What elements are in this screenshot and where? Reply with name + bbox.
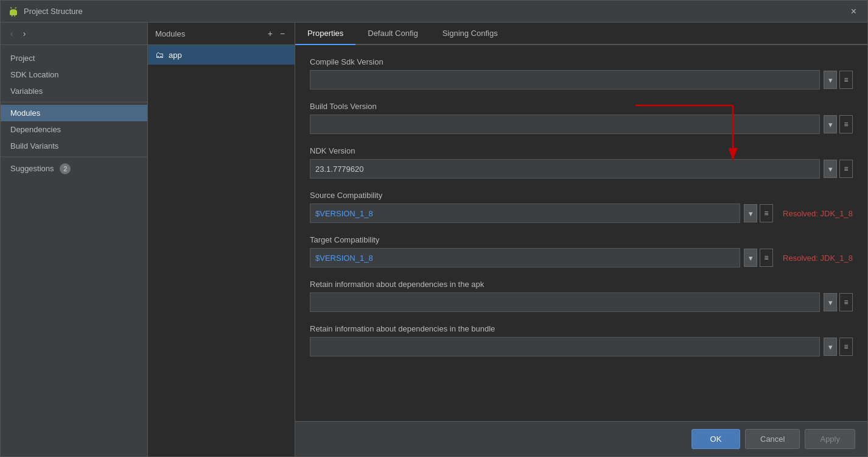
retain-bundle-dropdown[interactable]: ▾ — [824, 338, 837, 356]
retain-bundle-group: Retain information about dependencies in… — [310, 324, 853, 356]
ndk-version-label: NDK Version — [310, 146, 853, 155]
build-tools-info[interactable]: ≡ — [839, 115, 853, 133]
source-compat-group: Source Compatibility $VERSION_1_8 ▾ ≡ Re… — [310, 191, 853, 223]
source-compat-row: $VERSION_1_8 ▾ ≡ Resolved: JDK_1_8 — [310, 204, 853, 223]
target-compat-info[interactable]: ≡ — [760, 249, 773, 267]
ndk-version-value: 23.1.7779620 — [315, 165, 814, 174]
sidebar-item-dependencies[interactable]: Dependencies — [1, 121, 147, 138]
add-module-button[interactable]: + — [265, 27, 275, 40]
build-tools-select[interactable] — [310, 115, 820, 134]
module-item-app[interactable]: 🗂 app — [148, 45, 295, 65]
source-compat-value: $VERSION_1_8 — [315, 209, 735, 218]
cancel-button[interactable]: Cancel — [745, 429, 800, 449]
compile-sdk-dropdown[interactable]: ▾ — [824, 71, 837, 89]
compile-sdk-row: ▾ ≡ — [310, 70, 853, 90]
forward-button[interactable]: › — [21, 27, 29, 40]
modules-title: Modules — [155, 29, 185, 38]
retain-bundle-info[interactable]: ≡ — [839, 338, 853, 356]
target-compat-select[interactable]: $VERSION_1_8 — [310, 248, 740, 267]
tab-signing-configs[interactable]: Signing Configs — [430, 23, 510, 45]
target-compat-row: $VERSION_1_8 ▾ ≡ Resolved: JDK_1_8 — [310, 248, 853, 267]
retain-apk-info[interactable]: ≡ — [839, 293, 853, 311]
retain-apk-dropdown[interactable]: ▾ — [824, 293, 837, 311]
target-compat-dropdown[interactable]: ▾ — [744, 249, 757, 267]
close-button[interactable]: × — [847, 5, 860, 18]
content-area: Properties Default Config Signing Config… — [295, 23, 867, 456]
sidebar-item-project[interactable]: Project — [1, 50, 147, 66]
modules-panel: Modules + − 🗂 app — [148, 23, 295, 456]
ndk-info[interactable]: ≡ — [839, 160, 853, 178]
module-name: app — [169, 51, 182, 60]
modules-header: Modules + − — [148, 23, 295, 45]
target-compat-resolved: Resolved: JDK_1_8 — [783, 253, 853, 263]
suggestions-badge: 2 — [60, 163, 71, 174]
sidebar-item-suggestions[interactable]: Suggestions 2 — [1, 160, 147, 178]
sidebar-item-variables[interactable]: Variables — [1, 83, 147, 99]
separator-2 — [1, 157, 147, 157]
remove-module-button[interactable]: − — [278, 27, 287, 40]
main-content: ‹ › Project SDK Location Variables Modul… — [1, 23, 867, 456]
retain-bundle-select[interactable] — [310, 337, 820, 356]
window-title: Project Structure — [24, 7, 847, 16]
module-folder-icon: 🗂 — [155, 50, 164, 60]
compile-sdk-info[interactable]: ≡ — [839, 71, 853, 89]
target-compat-label: Target Compatibility — [310, 235, 853, 244]
svg-line-3 — [15, 7, 16, 9]
ndk-version-group: NDK Version 23.1.7779620 ▾ — [310, 146, 853, 179]
tab-properties[interactable]: Properties — [295, 23, 355, 45]
target-compat-group: Target Compatibility $VERSION_1_8 ▾ ≡ Re… — [310, 235, 853, 267]
project-structure-window: Project Structure × ‹ › Project SDK Loca… — [0, 0, 868, 457]
sidebar: ‹ › Project SDK Location Variables Modul… — [1, 23, 148, 456]
target-compat-value: $VERSION_1_8 — [315, 253, 735, 263]
retain-apk-group: Retain information about dependencies in… — [310, 280, 853, 312]
back-button[interactable]: ‹ — [8, 27, 16, 40]
compile-sdk-group: Compile Sdk Version ▾ ≡ — [310, 57, 853, 90]
source-compat-label: Source Compatibility — [310, 191, 853, 200]
retain-apk-row: ▾ ≡ — [310, 292, 853, 312]
ok-button[interactable]: OK — [691, 429, 740, 449]
compile-sdk-select[interactable] — [310, 70, 820, 90]
tab-default-config[interactable]: Default Config — [355, 23, 430, 45]
ndk-dropdown[interactable]: ▾ — [824, 160, 837, 178]
sidebar-item-sdk-location[interactable]: SDK Location — [1, 66, 147, 83]
retain-apk-label: Retain information about dependencies in… — [310, 280, 853, 289]
ndk-version-row: 23.1.7779620 ▾ — [310, 159, 853, 179]
title-bar: Project Structure × — [1, 1, 867, 23]
build-tools-dropdown[interactable]: ▾ — [824, 115, 837, 133]
modules-toolbar: + − — [265, 27, 287, 40]
bottom-bar: OK Cancel Apply — [295, 421, 867, 456]
retain-bundle-row: ▾ ≡ — [310, 337, 853, 356]
build-tools-label: Build Tools Version — [310, 102, 853, 111]
build-tools-row: ▾ ≡ — [310, 115, 853, 134]
retain-apk-select[interactable] — [310, 292, 820, 312]
separator — [1, 102, 147, 102]
tabs: Properties Default Config Signing Config… — [295, 23, 867, 45]
source-compat-info[interactable]: ≡ — [760, 204, 773, 222]
source-compat-resolved: Resolved: JDK_1_8 — [783, 209, 853, 218]
sidebar-item-build-variants[interactable]: Build Variants — [1, 138, 147, 154]
sidebar-nav: ‹ › — [1, 23, 147, 45]
sidebar-items: Project SDK Location Variables Modules D… — [1, 45, 147, 456]
source-compat-dropdown[interactable]: ▾ — [744, 204, 757, 222]
android-icon — [8, 6, 19, 17]
source-compat-select[interactable]: $VERSION_1_8 — [310, 204, 740, 223]
ndk-version-select[interactable]: 23.1.7779620 — [310, 159, 820, 179]
build-tools-group: Build Tools Version ▾ ≡ — [310, 102, 853, 134]
form-content: Compile Sdk Version ▾ ≡ Build Tools Vers… — [295, 45, 867, 421]
apply-button[interactable]: Apply — [805, 429, 855, 449]
compile-sdk-label: Compile Sdk Version — [310, 57, 853, 66]
sidebar-item-modules[interactable]: Modules — [1, 105, 147, 121]
svg-line-2 — [11, 7, 12, 9]
retain-bundle-label: Retain information about dependencies in… — [310, 324, 853, 333]
